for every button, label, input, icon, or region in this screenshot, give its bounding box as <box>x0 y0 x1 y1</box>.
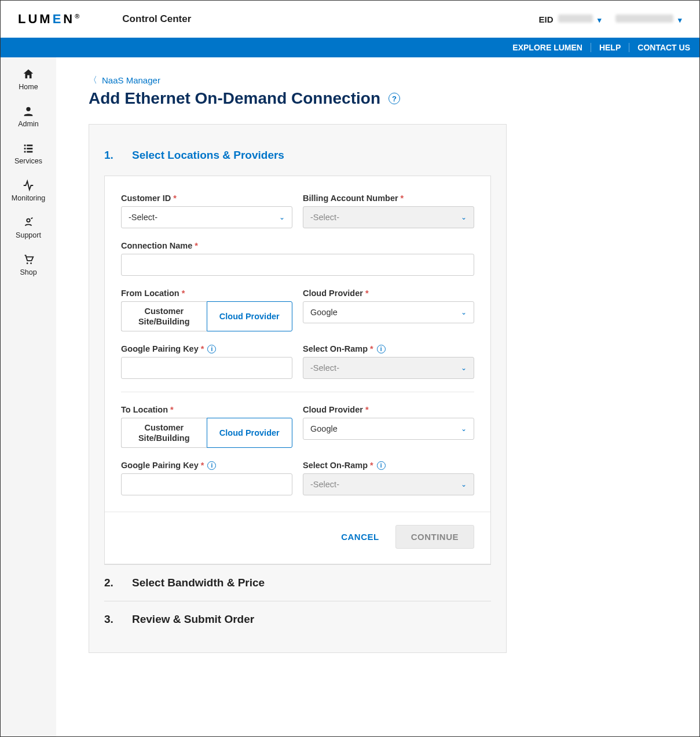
connection-name-label: Connection Name* <box>121 241 474 250</box>
chevron-down-icon: ⌄ <box>279 213 285 221</box>
cancel-button[interactable]: CANCEL <box>341 532 379 542</box>
to-onramp-select[interactable]: -Select- ⌄ <box>303 473 474 495</box>
svg-rect-6 <box>27 151 32 153</box>
activity-icon <box>22 179 35 192</box>
svg-point-7 <box>27 219 30 222</box>
help-icon[interactable]: ? <box>389 93 400 104</box>
page-title: Add Ethernet On-Demand Connection <box>89 89 380 108</box>
breadcrumb-back[interactable]: 〈 NaaS Manager <box>89 75 676 86</box>
svg-rect-5 <box>24 151 26 153</box>
customer-id-select[interactable]: -Select- ⌄ <box>121 206 292 228</box>
to-cloud-provider-select[interactable]: Google ⌄ <box>303 418 474 440</box>
nav-explore[interactable]: EXPLORE LUMEN <box>504 43 591 52</box>
billing-account-label: Billing Account Number* <box>303 194 474 203</box>
cart-icon <box>22 253 35 266</box>
chevron-down-icon: ⌄ <box>461 213 467 221</box>
step3-header[interactable]: 3. Review & Submit Order <box>104 601 491 637</box>
from-location-label: From Location* <box>121 289 292 298</box>
info-icon[interactable]: i <box>207 461 216 470</box>
sidebar-item-admin[interactable]: Admin <box>18 105 38 128</box>
customer-id-label: Customer ID* <box>121 194 292 203</box>
to-customer-site-toggle[interactable]: Customer Site/Building <box>121 418 207 448</box>
billing-account-select[interactable]: -Select- ⌄ <box>303 206 474 228</box>
to-pairing-key-input[interactable] <box>121 473 292 495</box>
home-icon <box>22 68 35 81</box>
from-cloud-provider-toggle[interactable]: Cloud Provider <box>207 301 293 331</box>
sidebar-item-monitoring[interactable]: Monitoring <box>12 179 45 202</box>
to-cloud-provider-toggle[interactable]: Cloud Provider <box>207 418 293 448</box>
info-icon[interactable]: i <box>377 345 386 353</box>
chevron-down-icon: ⌄ <box>461 364 467 372</box>
from-pairing-key-input[interactable] <box>121 357 292 379</box>
svg-point-0 <box>26 107 30 111</box>
svg-point-9 <box>30 262 32 264</box>
svg-rect-4 <box>27 148 32 149</box>
from-onramp-select[interactable]: -Select- ⌄ <box>303 357 474 379</box>
step1-title: Select Locations & Providers <box>132 149 284 162</box>
chevron-down-icon: ▾ <box>598 16 602 24</box>
account-dropdown[interactable]: ▾ <box>613 14 682 24</box>
from-onramp-label: Select On-Ramp* i <box>303 344 474 353</box>
eid-dropdown[interactable]: EID ▾ <box>538 14 601 24</box>
nav-contact[interactable]: CONTACT US <box>629 43 690 52</box>
to-location-label: To Location* <box>121 405 292 414</box>
to-pairing-key-label: Google Pairing Key* i <box>121 461 292 470</box>
chevron-left-icon: 〈 <box>89 75 97 86</box>
svg-rect-1 <box>24 145 26 147</box>
info-icon[interactable]: i <box>377 461 386 470</box>
user-icon <box>22 105 35 118</box>
from-pairing-key-label: Google Pairing Key* i <box>121 344 292 353</box>
chevron-down-icon: ⌄ <box>461 480 467 488</box>
chevron-down-icon: ⌄ <box>461 425 467 433</box>
from-customer-site-toggle[interactable]: Customer Site/Building <box>121 301 207 331</box>
logo[interactable]: LUMEN® <box>18 12 82 27</box>
app-title: Control Center <box>122 13 191 25</box>
to-onramp-label: Select On-Ramp* i <box>303 461 474 470</box>
from-cloud-provider-label: Cloud Provider* <box>303 289 474 298</box>
svg-rect-3 <box>24 148 26 149</box>
svg-rect-2 <box>27 145 32 147</box>
nav-help[interactable]: HELP <box>591 43 629 52</box>
chevron-down-icon: ⌄ <box>461 308 467 316</box>
connection-name-input[interactable] <box>121 254 474 276</box>
step1-number: 1. <box>104 149 116 162</box>
continue-button[interactable]: CONTINUE <box>395 525 474 549</box>
chevron-down-icon: ▾ <box>678 16 682 24</box>
from-cloud-provider-select[interactable]: Google ⌄ <box>303 301 474 323</box>
sidebar-item-home[interactable]: Home <box>19 68 38 91</box>
step2-header[interactable]: 2. Select Bandwidth & Price <box>104 564 491 601</box>
sidebar-item-shop[interactable]: Shop <box>20 253 36 276</box>
to-cloud-provider-label: Cloud Provider* <box>303 405 474 414</box>
svg-point-8 <box>27 262 28 264</box>
sidebar-item-services[interactable]: Services <box>14 142 42 165</box>
support-icon <box>22 216 35 229</box>
sidebar-item-support[interactable]: Support <box>16 216 41 239</box>
list-icon <box>22 142 35 155</box>
info-icon[interactable]: i <box>207 345 216 353</box>
